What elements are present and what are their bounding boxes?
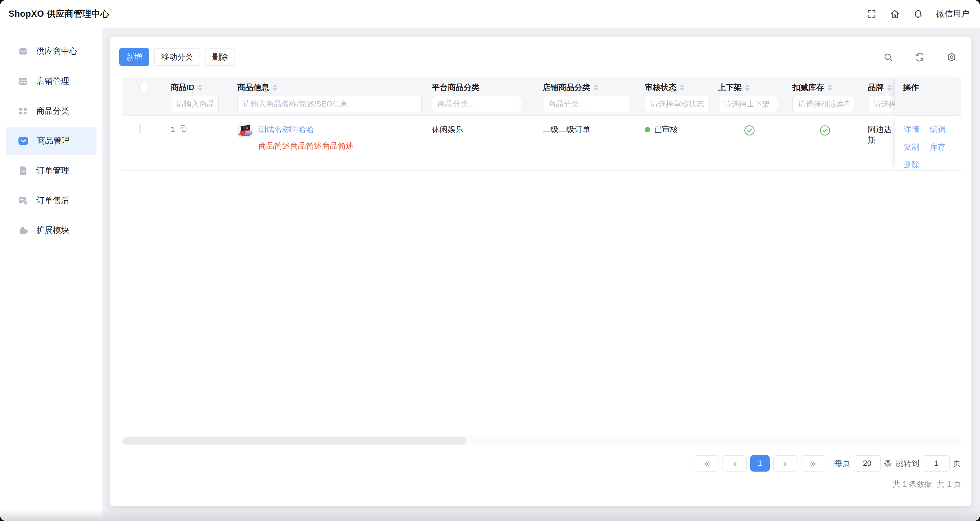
unit-label: 条: [884, 458, 892, 469]
refresh-icon[interactable]: [915, 52, 925, 62]
column-label: 操作: [903, 82, 919, 93]
goods-info-filter-input[interactable]: [237, 96, 422, 112]
check-circle-icon: [819, 124, 831, 170]
sidebar-item-extension-module[interactable]: 扩展模块: [6, 216, 97, 245]
header-platform-category: 平台商品分类: [426, 77, 537, 115]
goods-id-filter-input[interactable]: [170, 96, 219, 112]
audit-status-text: 已审核: [654, 124, 678, 135]
sidebar-item-goods-management[interactable]: 商品管理: [6, 127, 97, 155]
sidebar-item-label: 订单售后: [37, 195, 69, 206]
table-row: 1 企业: [123, 116, 961, 171]
settings-icon[interactable]: [947, 52, 957, 62]
header-shop-category: 店铺商品分类: [537, 77, 639, 115]
delete-link[interactable]: 删除: [904, 159, 920, 170]
row-deduct-stock-cell: [787, 116, 863, 170]
document-icon: [18, 165, 29, 176]
page-suffix-label: 页: [953, 458, 961, 469]
row-goods-id-cell: 1: [165, 116, 232, 170]
goods-id-value: 1: [170, 125, 175, 134]
sort-icon[interactable]: [827, 84, 832, 91]
user-menu[interactable]: 微信用户: [936, 8, 969, 20]
column-label[interactable]: 商品信息: [237, 82, 269, 93]
select-all-checkbox[interactable]: [139, 83, 149, 92]
per-page-label: 每页: [834, 458, 850, 469]
row-shelf-status-cell: [712, 116, 787, 170]
shelf-status-filter-select[interactable]: [718, 96, 778, 112]
row-checkbox[interactable]: [139, 124, 140, 134]
table-header: 商品ID 商品信息 平台商品分类 店铺商品分类 审核状态: [123, 77, 961, 116]
add-button[interactable]: 新增: [119, 48, 150, 66]
column-label[interactable]: 店铺商品分类: [542, 82, 590, 93]
column-label[interactable]: 商品ID: [170, 82, 194, 93]
pagination-totals: 共 1 条数据 共 1 页: [893, 479, 961, 489]
header-goods-info: 商品信息: [232, 77, 426, 115]
last-page-button[interactable]: »: [801, 455, 825, 472]
fullscreen-icon[interactable]: [867, 9, 877, 19]
sidebar-item-supplier-center[interactable]: 供应商中心: [6, 37, 97, 65]
search-icon[interactable]: [883, 52, 893, 62]
sort-icon[interactable]: [887, 84, 892, 91]
bell-icon[interactable]: [913, 9, 923, 19]
goods-table: 商品ID 商品信息 平台商品分类 店铺商品分类 审核状态: [123, 77, 961, 445]
edit-link[interactable]: 编辑: [930, 124, 946, 135]
jump-page-input[interactable]: [923, 455, 950, 472]
puzzle-icon: [18, 225, 29, 236]
move-category-button[interactable]: 移动分类: [154, 48, 200, 66]
topbar: ShopXO 供应商管理中心 微信用户: [0, 0, 980, 28]
brand-filter-select[interactable]: [868, 96, 895, 112]
platform-category-filter-input[interactable]: [432, 96, 521, 112]
row-platform-category-cell: 休闲娱乐: [426, 116, 537, 170]
row-select-cell: [123, 116, 165, 170]
header-audit-status: 审核状态: [639, 77, 712, 115]
product-thumbnail[interactable]: 企业: [237, 124, 253, 138]
table-tools: [883, 52, 964, 62]
sidebar-item-order-aftersale[interactable]: ¥ 订单售后: [6, 186, 97, 215]
sidebar-item-label: 订单管理: [37, 165, 69, 177]
header-shelf-status: 上下架: [712, 77, 787, 115]
column-label[interactable]: 品牌: [868, 82, 884, 93]
copy-link[interactable]: 复制: [904, 142, 920, 153]
content-panel: 新增 移动分类 删除: [110, 37, 971, 506]
scrollbar-thumb[interactable]: [123, 437, 466, 445]
sort-icon[interactable]: [198, 84, 202, 91]
copy-icon[interactable]: [179, 124, 188, 135]
detail-link[interactable]: 详情: [904, 124, 920, 135]
product-name-link[interactable]: 测试名称啊哈哈: [258, 124, 354, 135]
category-grid-icon: [18, 106, 29, 116]
column-label[interactable]: 审核状态: [645, 82, 676, 93]
horizontal-scrollbar: [123, 437, 961, 445]
prev-page-button[interactable]: ‹: [722, 455, 747, 472]
page-1-button[interactable]: 1: [750, 455, 770, 472]
sort-icon[interactable]: [272, 84, 277, 91]
topbar-actions: 微信用户: [867, 8, 969, 20]
sidebar-item-shop-management[interactable]: 店铺管理: [6, 67, 97, 96]
shopping-bag-icon: [18, 135, 29, 147]
svg-text:企业: 企业: [243, 126, 248, 129]
next-page-button[interactable]: ›: [773, 455, 797, 472]
column-label[interactable]: 上下架: [718, 82, 742, 93]
sort-icon[interactable]: [593, 84, 598, 91]
sidebar-item-label: 供应商中心: [37, 46, 78, 57]
stock-link[interactable]: 库存: [930, 142, 946, 153]
app-title: ShopXO 供应商管理中心: [8, 8, 109, 20]
column-label[interactable]: 扣减库存: [792, 82, 824, 93]
sidebar-item-order-management[interactable]: 订单管理: [6, 156, 97, 185]
first-page-button[interactable]: «: [695, 455, 719, 472]
supplier-center-icon: [18, 46, 29, 57]
status-dot: [645, 127, 650, 132]
page-size-input[interactable]: [854, 455, 881, 472]
total-pages-text: 共 1 页: [937, 479, 961, 489]
delete-button[interactable]: 删除: [205, 48, 235, 66]
sort-icon[interactable]: [745, 84, 750, 91]
sidebar-item-goods-category[interactable]: 商品分类: [6, 97, 97, 125]
header-brand: 品牌: [863, 77, 895, 115]
shop-category-filter-input[interactable]: [542, 96, 631, 112]
jump-label: 跳转到: [896, 458, 919, 469]
product-summary: 商品简述商品简述商品简述: [258, 140, 354, 151]
sort-icon[interactable]: [680, 84, 684, 91]
total-items-text: 共 1 条数据: [893, 479, 932, 489]
header-operations: 操作: [895, 77, 961, 115]
deduct-stock-filter-select[interactable]: [792, 96, 854, 112]
audit-status-filter-select[interactable]: [645, 96, 710, 112]
home-icon[interactable]: [890, 9, 900, 19]
